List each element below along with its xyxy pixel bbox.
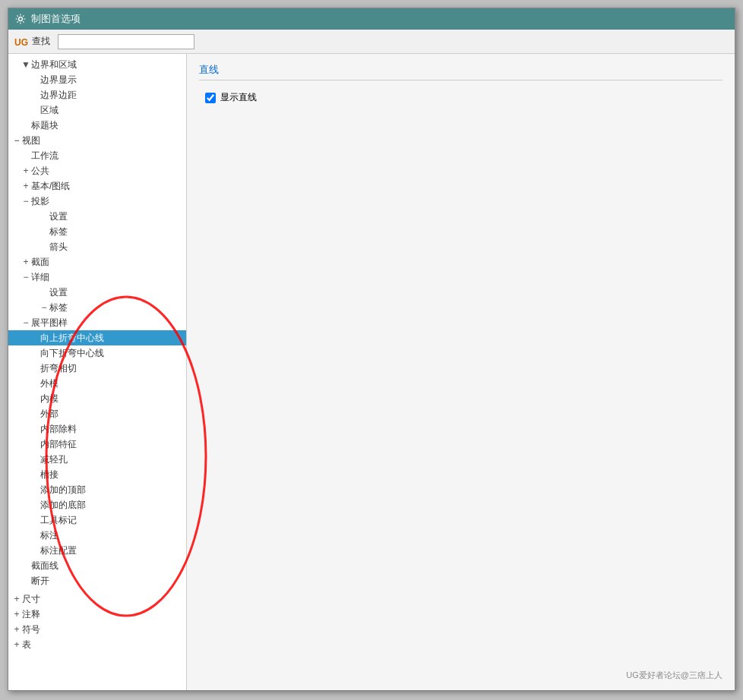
tree-item-table[interactable]: + 表 — [8, 637, 186, 652]
tree-item-detail[interactable]: − 详细 — [8, 270, 186, 285]
tree-item-label[interactable]: 标签 — [8, 224, 186, 239]
gear-icon — [14, 13, 27, 25]
toggle-view[interactable]: − — [11, 135, 22, 146]
label-annotation: 标注 — [40, 529, 58, 542]
label-flat-pattern: 展平图样 — [31, 317, 68, 330]
label-add-bottom: 添加的底部 — [40, 499, 86, 512]
label-tool-mark: 工具标记 — [40, 514, 77, 527]
tree-item-slot[interactable]: 槽接 — [8, 467, 186, 482]
tree-item-bend-tangent[interactable]: 折弯相切 — [8, 361, 186, 376]
tree-item-border-distance[interactable]: 边界边距 — [8, 87, 186, 102]
watermark: UG爱好者论坛@三痞上人 — [626, 670, 722, 681]
leaf-border-display — [30, 74, 40, 85]
toggle-detail[interactable]: − — [21, 272, 31, 282]
label-base-drawing: 基本/图纸 — [31, 180, 70, 193]
show-line-label: 显示直线 — [220, 91, 257, 104]
label-slot: 槽接 — [40, 468, 58, 481]
tree-item-annotation-config[interactable]: 标注配置 — [8, 543, 186, 558]
content-panel: 直线 显示直线 — [187, 54, 735, 690]
tree-item-annotation[interactable]: 标注 — [8, 528, 186, 543]
toggle-label2[interactable]: − — [39, 302, 49, 313]
label-inner-feature: 内部特征 — [40, 438, 77, 451]
tree-item-bend-down-center[interactable]: 向下折弯中心线 — [8, 345, 186, 361]
tree-item-workflow[interactable]: 工作流 — [8, 148, 186, 163]
label-borders-regions: 边界和区域 — [31, 58, 77, 71]
label-border-distance: 边界边距 — [40, 89, 77, 102]
tree-item-break[interactable]: 断开 — [8, 573, 186, 588]
label-label2: 标签 — [49, 301, 68, 314]
toggle-borders[interactable]: ▼ — [21, 59, 31, 70]
label-title-block: 标题块 — [31, 119, 58, 132]
tree-item-outer-mold[interactable]: 外模 — [8, 376, 186, 391]
label-break: 断开 — [31, 575, 49, 588]
toggle-flat[interactable]: − — [21, 317, 31, 328]
tree-item-flat-pattern[interactable]: − 展平图样 — [8, 315, 186, 330]
toggle-base[interactable]: + — [21, 181, 31, 191]
tree-item-add-bottom[interactable]: 添加的底部 — [8, 497, 186, 512]
tree-item-inner-feature[interactable]: 内部特征 — [8, 437, 186, 452]
label-inner-remove: 内部除料 — [40, 423, 77, 436]
label-settings: 设置 — [49, 210, 68, 223]
label-table: 表 — [22, 639, 31, 651]
title-bar-text: 制图首选项 — [31, 12, 81, 26]
tree-item-region[interactable]: 区域 — [8, 102, 186, 118]
tree-panel: ▼ 边界和区域 边界显示 边界边距 区域 标题块 − — [8, 54, 187, 690]
main-area: ▼ 边界和区域 边界显示 边界边距 区域 标题块 − — [8, 54, 735, 690]
tree-item-note[interactable]: + 注释 — [8, 607, 186, 622]
label-public: 公共 — [31, 165, 49, 178]
label-border-display: 边界显示 — [40, 74, 77, 87]
label-outer: 外部 — [40, 408, 58, 421]
tree-item-dimension[interactable]: + 尺寸 — [8, 591, 186, 607]
label-outer-mold: 外模 — [40, 377, 58, 390]
label-note: 注释 — [22, 608, 40, 621]
label-settings2: 设置 — [49, 286, 68, 299]
tree-item-borders-regions[interactable]: ▼ 边界和区域 — [8, 57, 186, 72]
title-bar: 制图首选项 — [8, 8, 735, 30]
ug-icon: UG — [14, 36, 30, 48]
svg-point-0 — [19, 17, 23, 21]
tree-item-projection[interactable]: − 投影 — [8, 194, 186, 209]
toolbar: UG 查找 — [8, 30, 735, 54]
label-region: 区域 — [40, 104, 58, 117]
label-reduce-hole: 减轻孔 — [40, 453, 68, 466]
label-symbol: 符号 — [22, 623, 40, 636]
search-input[interactable] — [58, 34, 194, 49]
svg-text:UG: UG — [14, 37, 28, 48]
show-line-checkbox[interactable] — [205, 93, 216, 103]
label-bend-down-center: 向下折弯中心线 — [40, 347, 104, 360]
label-add-top: 添加的顶部 — [40, 484, 86, 497]
tree-item-settings[interactable]: 设置 — [8, 209, 186, 224]
label-arrow: 箭头 — [49, 241, 68, 254]
tree-item-border-display[interactable]: 边界显示 — [8, 72, 186, 87]
label-section: 截面 — [31, 256, 49, 269]
tree-item-tool-mark[interactable]: 工具标记 — [8, 512, 186, 528]
label-projection: 投影 — [31, 195, 49, 208]
search-label: 查找 — [32, 35, 50, 48]
tree-item-inner-mold[interactable]: 内模 — [8, 391, 186, 406]
tree-item-symbol[interactable]: + 符号 — [8, 622, 186, 637]
label-label: 标签 — [49, 225, 68, 238]
tree-item-title-block[interactable]: 标题块 — [8, 118, 186, 133]
tree-item-outer[interactable]: 外部 — [8, 406, 186, 421]
tree-item-inner-remove[interactable]: 内部除料 — [8, 421, 186, 437]
dialog-window: 制图首选项 UG 查找 ▼ 边界和区域 边界显示 — [8, 8, 735, 691]
tree-item-section-line[interactable]: 截面线 — [8, 558, 186, 573]
tree-item-reduce-hole[interactable]: 减轻孔 — [8, 452, 186, 467]
toggle-section[interactable]: + — [21, 257, 31, 267]
tree-item-arrow[interactable]: 箭头 — [8, 239, 186, 254]
label-detail: 详细 — [31, 271, 49, 284]
checkbox-row-show-line: 显示直线 — [199, 88, 722, 107]
toggle-public[interactable]: + — [21, 166, 31, 176]
tree-item-label2[interactable]: − 标签 — [8, 300, 186, 315]
tree-item-public[interactable]: + 公共 — [8, 163, 186, 178]
label-section-line: 截面线 — [31, 560, 58, 572]
toggle-projection[interactable]: − — [21, 196, 31, 207]
tree-item-view[interactable]: − 视图 — [8, 133, 186, 148]
tree-item-add-top[interactable]: 添加的顶部 — [8, 482, 186, 497]
tree-item-section[interactable]: + 截面 — [8, 254, 186, 270]
label-bend-tangent: 折弯相切 — [40, 362, 77, 375]
tree-item-bend-up-center[interactable]: 向上折弯中心线 — [8, 330, 186, 345]
tree-item-settings2[interactable]: 设置 — [8, 285, 186, 300]
tree-item-base-drawing[interactable]: + 基本/图纸 — [8, 178, 186, 194]
label-inner-mold: 内模 — [40, 393, 58, 405]
